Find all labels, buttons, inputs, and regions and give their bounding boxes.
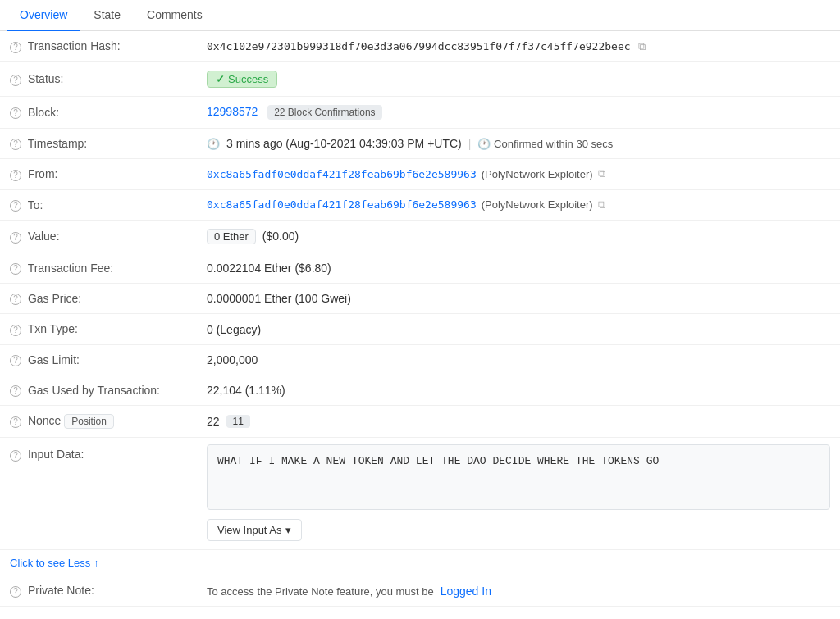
gas-price-value: 0.0000001 Ether (100 Gwei): [197, 284, 840, 314]
from-value: 0xc8a65fadf0e0ddaf421f28feab69bf6e2e5899…: [197, 159, 840, 189]
transaction-hash-copy-icon[interactable]: ⧉: [638, 40, 646, 52]
timestamp-label: ? Timestamp:: [0, 129, 197, 159]
status-label: ? Status:: [0, 62, 197, 97]
tab-state[interactable]: State: [80, 0, 134, 31]
gas-used-label: ? Gas Used by Transaction:: [0, 375, 197, 406]
transaction-hash-help-icon[interactable]: ?: [10, 42, 21, 53]
gas-used-help-icon[interactable]: ?: [10, 385, 21, 397]
nonce-help-icon[interactable]: ?: [10, 416, 21, 428]
to-address-link[interactable]: 0xc8a65fadf0e0ddaf421f28feab69bf6e2e5899…: [207, 198, 477, 211]
logged-in-link[interactable]: Logged In: [441, 585, 491, 598]
transaction-hash-label: ? Transaction Hash:: [0, 31, 197, 62]
transaction-fee-label: ? Transaction Fee:: [0, 253, 197, 283]
block-value: 12998572 22 Block Confirmations: [197, 97, 840, 129]
value-label: ? Value:: [0, 220, 197, 253]
txn-type-row: ? Txn Type: 0 (Legacy): [0, 314, 840, 344]
nonce-row: ? Nonce Position 22 11: [0, 406, 840, 438]
gas-used-row: ? Gas Used by Transaction: 22,104 (1.11%…: [0, 375, 840, 406]
nonce-wrap: 22 11: [207, 415, 830, 428]
clock-icon: 🕐: [207, 138, 220, 150]
value-usd: ($0.00): [262, 230, 299, 243]
ether-badge: 0 Ether: [207, 229, 256, 244]
status-row: ? Status: Success: [0, 62, 840, 97]
gas-limit-help-icon[interactable]: ?: [10, 355, 21, 366]
nonce-number: 22: [207, 415, 220, 428]
from-addr-wrap: 0xc8a65fadf0e0ddaf421f28feab69bf6e2e5899…: [207, 167, 830, 180]
gas-limit-label: ? Gas Limit:: [0, 344, 197, 375]
private-note-table: ? Private Note: To access the Private No…: [0, 576, 840, 606]
from-copy-icon[interactable]: ⧉: [598, 167, 605, 180]
tab-overview[interactable]: Overview: [7, 0, 80, 31]
txn-type-value: 0 (Legacy): [197, 314, 840, 344]
to-row: ? To: 0xc8a65fadf0e0ddaf421f28feab69bf6e…: [0, 189, 840, 220]
arrow-up-icon: ↑: [94, 557, 99, 569]
tabs-container: Overview State Comments: [0, 0, 840, 31]
from-address-link[interactable]: 0xc8a65fadf0e0ddaf421f28feab69bf6e2e5899…: [207, 168, 477, 180]
to-addr-wrap: 0xc8a65fadf0e0ddaf421f28feab69bf6e2e5899…: [207, 198, 830, 212]
private-note-help-icon[interactable]: ?: [10, 586, 21, 598]
to-alias: (PolyNetwork Exploiter): [482, 198, 593, 211]
divider: |: [468, 137, 472, 150]
timestamp-wrap: 🕐 3 mins ago (Aug-10-2021 04:39:03 PM +U…: [207, 137, 830, 150]
input-data-value: View Input As ▾: [197, 438, 840, 550]
private-note-value: To access the Private Note feature, you …: [197, 576, 840, 606]
input-data-label: ? Input Data:: [0, 438, 197, 550]
gas-price-label: ? Gas Price:: [0, 284, 197, 314]
txn-type-help-icon[interactable]: ?: [10, 325, 21, 336]
value-help-icon[interactable]: ?: [10, 232, 21, 244]
private-note-label: ? Private Note:: [0, 576, 197, 606]
gas-used-value: 22,104 (1.11%): [197, 375, 840, 406]
to-copy-icon[interactable]: ⧉: [598, 198, 605, 212]
gas-price-help-icon[interactable]: ?: [10, 294, 21, 305]
status-badge: Success: [207, 71, 277, 88]
nonce-value: 22 11: [197, 406, 840, 438]
position-badge: Position: [64, 414, 114, 429]
transaction-hash-value: 0x4c102e972301b999318df70e3d3a067994dcc8…: [197, 31, 840, 62]
timestamp-row: ? Timestamp: 🕐 3 mins ago (Aug-10-2021 0…: [0, 129, 840, 159]
block-row: ? Block: 12998572 22 Block Confirmations: [0, 97, 840, 129]
txn-type-label: ? Txn Type:: [0, 314, 197, 344]
block-help-icon[interactable]: ?: [10, 107, 21, 119]
block-confirmations-badge: 22 Block Confirmations: [267, 105, 381, 120]
transaction-fee-help-icon[interactable]: ?: [10, 263, 21, 275]
status-value: Success: [197, 62, 840, 97]
private-note-text: To access the Private Note feature, you …: [207, 585, 434, 598]
from-label: ? From:: [0, 159, 197, 189]
value-value: 0 Ether ($0.00): [197, 220, 840, 253]
transaction-hash-row: ? Transaction Hash: 0x4c102e972301b99931…: [0, 31, 840, 62]
private-note-row: ? Private Note: To access the Private No…: [0, 576, 840, 606]
dropdown-arrow-icon: ▾: [285, 524, 291, 536]
transaction-info-table: ? Transaction Hash: 0x4c102e972301b99931…: [0, 31, 840, 550]
timestamp-value: 🕐 3 mins ago (Aug-10-2021 04:39:03 PM +U…: [197, 129, 840, 159]
confirmed-badge: 🕐 Confirmed within 30 secs: [477, 138, 613, 150]
status-help-icon[interactable]: ?: [10, 75, 21, 86]
transaction-fee-value: 0.0022104 Ether ($6.80): [197, 253, 840, 283]
clock2-icon: 🕐: [477, 138, 491, 150]
block-label: ? Block:: [0, 97, 197, 129]
gas-price-row: ? Gas Price: 0.0000001 Ether (100 Gwei): [0, 284, 840, 314]
gas-limit-value: 2,000,000: [197, 344, 840, 375]
timestamp-text: 3 mins ago (Aug-10-2021 04:39:03 PM +UTC…: [226, 137, 462, 150]
to-label: ? To:: [0, 189, 197, 220]
from-row: ? From: 0xc8a65fadf0e0ddaf421f28feab69bf…: [0, 159, 840, 189]
value-row: ? Value: 0 Ether ($0.00): [0, 220, 840, 253]
input-data-textarea[interactable]: [207, 444, 830, 510]
input-data-row: ? Input Data: View Input As ▾: [0, 438, 840, 550]
view-input-as-button[interactable]: View Input As ▾: [207, 519, 302, 541]
tab-comments[interactable]: Comments: [134, 0, 216, 31]
position-number: 11: [226, 415, 250, 428]
gas-limit-row: ? Gas Limit: 2,000,000: [0, 344, 840, 375]
to-value: 0xc8a65fadf0e0ddaf421f28feab69bf6e2e5899…: [197, 189, 840, 220]
click-to-see-less[interactable]: Click to see Less ↑: [0, 550, 840, 576]
nonce-label: ? Nonce Position: [0, 406, 197, 438]
view-input-btn-wrap: View Input As ▾: [207, 512, 830, 541]
timestamp-help-icon[interactable]: ?: [10, 139, 21, 150]
to-help-icon[interactable]: ?: [10, 200, 21, 212]
transaction-fee-row: ? Transaction Fee: 0.0022104 Ether ($6.8…: [0, 253, 840, 283]
from-help-icon[interactable]: ?: [10, 170, 21, 181]
block-number-link[interactable]: 12998572: [207, 105, 258, 118]
from-alias: (PolyNetwork Exploiter): [482, 168, 593, 180]
input-data-help-icon[interactable]: ?: [10, 450, 21, 462]
